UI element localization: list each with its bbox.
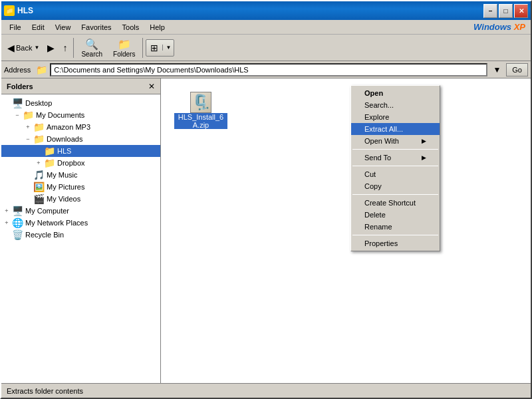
expander-recycle-bin	[1, 229, 12, 240]
expander-downloads[interactable]: −	[23, 134, 33, 144]
tree-item-amazon-mp3[interactable]: + 📁 Amazon MP3	[1, 121, 160, 133]
tree-item-network-places[interactable]: + 🌐 My Network Places	[1, 217, 160, 229]
tree-label-my-pictures: My Pictures	[47, 183, 84, 191]
toolbar-separator-2	[142, 38, 143, 58]
context-separator-4	[352, 235, 438, 235]
menu-bar: File Edit View Favorites Tools Help Wind…	[1, 20, 531, 35]
address-bar: Address 📁 ▼ Go	[1, 61, 531, 78]
context-copy-label: Copy	[364, 182, 382, 190]
views-arrow-icon: ▼	[162, 45, 174, 51]
context-menu-cut[interactable]: Cut	[351, 168, 440, 180]
context-delete-label: Delete	[364, 211, 386, 219]
context-menu-rename[interactable]: Rename	[351, 221, 440, 233]
expander-dropbox[interactable]: +	[33, 158, 44, 168]
file-icon-image: 🗜️	[190, 92, 211, 113]
title-bar: 📁 HLS – □ ✕	[1, 1, 531, 20]
amazon-mp3-icon: 📁	[33, 122, 45, 132]
expander-amazon-mp3[interactable]: +	[23, 122, 33, 132]
tree-item-my-documents[interactable]: − 📁 My Documents	[1, 109, 160, 121]
my-pictures-icon: 🖼️	[33, 182, 45, 192]
context-menu-open[interactable]: Open	[351, 87, 440, 99]
network-places-icon: 🌐	[12, 217, 23, 228]
context-properties-label: Properties	[364, 239, 398, 247]
context-menu-delete[interactable]: Delete	[351, 209, 440, 221]
close-button[interactable]: ✕	[514, 4, 528, 18]
expander-hls	[33, 146, 44, 156]
send-to-arrow-icon: ▶	[422, 154, 426, 161]
go-button[interactable]: Go	[506, 63, 528, 76]
search-label: Search	[81, 51, 102, 58]
folder-panel: Folders ✕ 🖥️ Desktop − 📁 My Documents	[1, 78, 161, 383]
context-menu-properties[interactable]: Properties	[351, 237, 440, 249]
address-label: Address	[4, 66, 33, 74]
address-input[interactable]	[50, 63, 487, 76]
tree-label-amazon-mp3: Amazon MP3	[47, 123, 90, 131]
back-label: Back	[16, 44, 32, 52]
up-icon: ↑	[63, 43, 67, 53]
folder-tree: 🖥️ Desktop − 📁 My Documents + 📁 Amazon M…	[1, 94, 160, 383]
folder-panel-title: Folders	[7, 82, 33, 90]
menu-help[interactable]: Help	[144, 20, 170, 34]
tree-label-downloads: Downloads	[47, 135, 82, 143]
expander-my-documents[interactable]: −	[12, 110, 23, 120]
context-menu-explore[interactable]: Explore	[351, 111, 440, 123]
context-menu-extract-all[interactable]: Extract All...	[351, 123, 440, 135]
main-content: Folders ✕ 🖥️ Desktop − 📁 My Documents	[1, 78, 531, 383]
menu-favorites[interactable]: Favorites	[76, 20, 116, 34]
title-text: HLS	[17, 6, 481, 15]
menu-file[interactable]: File	[4, 20, 27, 34]
menu-edit[interactable]: Edit	[27, 20, 50, 34]
search-button[interactable]: 🔍 Search	[76, 36, 107, 60]
context-menu-copy[interactable]: Copy	[351, 180, 440, 192]
expander-desktop[interactable]	[1, 98, 12, 108]
tree-label-my-music: My Music	[47, 171, 77, 179]
tree-item-downloads[interactable]: − 📁 Downloads	[1, 133, 160, 145]
context-menu-open-with[interactable]: Open With ▶	[351, 135, 440, 147]
views-button[interactable]: ⊞ ▼	[146, 39, 174, 57]
up-button[interactable]: ↑	[59, 41, 70, 55]
my-documents-icon: 📁	[23, 110, 34, 120]
my-videos-icon: 🎬	[33, 194, 45, 204]
main-window: 📁 HLS – □ ✕ File Edit View Favorites Too…	[0, 0, 532, 399]
dropbox-icon: 📁	[44, 158, 55, 168]
folders-icon: 📁	[118, 38, 131, 51]
toolbar: ◀ Back ▼ ▶ ↑ 🔍 Search 📁 Folders ⊞ ▼	[1, 35, 531, 61]
context-create-shortcut-label: Create Shortcut	[364, 199, 416, 207]
context-send-to-label: Send To	[364, 154, 391, 162]
status-bar: Extracts folder contents	[1, 383, 531, 398]
tree-label-my-documents: My Documents	[36, 111, 84, 119]
tree-item-my-videos[interactable]: 🎬 My Videos	[1, 193, 160, 205]
expander-network-places[interactable]: +	[1, 217, 12, 228]
tree-item-desktop[interactable]: 🖥️ Desktop	[1, 97, 160, 109]
expander-my-computer[interactable]: +	[1, 205, 12, 216]
address-dropdown-icon[interactable]: ▼	[490, 65, 503, 74]
expander-my-music	[23, 170, 33, 180]
context-separator-1	[352, 149, 438, 150]
context-menu-send-to[interactable]: Send To ▶	[351, 152, 440, 164]
maximize-button[interactable]: □	[499, 4, 513, 18]
file-area: 🗜️ HLS_Install_6A.zip Open Search... Exp…	[161, 78, 531, 383]
context-menu-create-shortcut[interactable]: Create Shortcut	[351, 197, 440, 209]
tree-item-my-music[interactable]: 🎵 My Music	[1, 169, 160, 181]
context-open-with-label: Open With	[364, 137, 399, 145]
forward-button[interactable]: ▶	[44, 41, 58, 55]
file-icon-item[interactable]: 🗜️ HLS_Install_6A.zip	[174, 92, 227, 129]
my-music-icon: 🎵	[33, 170, 45, 180]
desktop-icon: 🖥️	[12, 98, 23, 108]
folder-panel-close-button[interactable]: ✕	[148, 82, 155, 91]
zip-file-icon: 🗜️	[192, 94, 210, 111]
minimize-button[interactable]: –	[483, 4, 497, 18]
tree-item-dropbox[interactable]: + 📁 Dropbox	[1, 157, 160, 169]
tree-label-dropbox: Dropbox	[57, 159, 85, 167]
menu-tools[interactable]: Tools	[117, 20, 145, 34]
tree-item-recycle-bin[interactable]: 🗑️ Recycle Bin	[1, 229, 160, 241]
file-name-label: HLS_Install_6A.zip	[174, 113, 227, 129]
tree-item-my-pictures[interactable]: 🖼️ My Pictures	[1, 181, 160, 193]
context-menu-search[interactable]: Search...	[351, 99, 440, 111]
tree-item-hls[interactable]: 📁 HLS	[1, 145, 160, 157]
back-button[interactable]: ◀ Back ▼	[4, 41, 43, 55]
tree-item-my-computer[interactable]: + 🖥️ My Computer	[1, 205, 160, 217]
expander-my-pictures	[23, 182, 33, 192]
folders-button[interactable]: 📁 Folders	[108, 36, 140, 60]
menu-view[interactable]: View	[50, 20, 76, 34]
